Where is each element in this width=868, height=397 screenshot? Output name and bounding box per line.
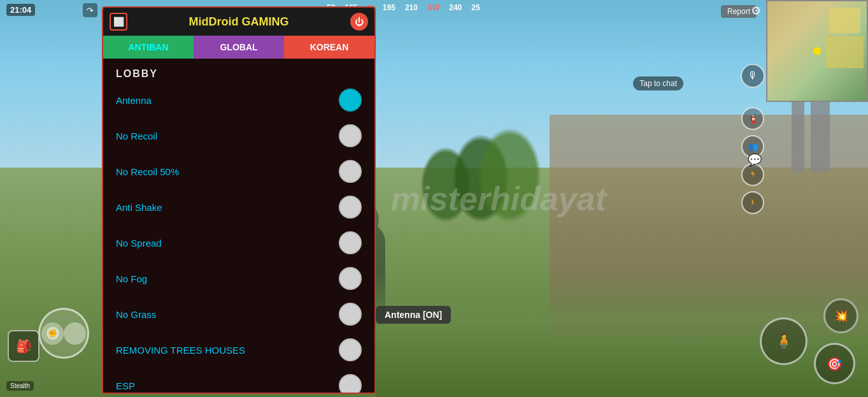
tab-antiban[interactable]: ANTIBAN [103,36,194,59]
panel-power-button[interactable]: ⏻ [350,13,368,31]
removing-trees-toggle[interactable] [339,338,362,361]
time-display: 21:04 [6,4,35,16]
compass-210: 210 [405,3,418,13]
anti-shake-label: Anti Shake [116,202,162,213]
fire-button[interactable]: 💥 [823,298,858,333]
menu-item-no-spread[interactable]: No Spread [103,225,374,261]
joystick-knob: ✊ [41,322,64,345]
panel-expand-icon[interactable]: ⬜ [110,13,127,31]
lobby-section-header: LOBBY [103,62,374,82]
no-grass-label: No Grass [116,309,156,320]
no-recoil-label: No Recoil [116,131,157,141]
minimap-player [813,47,821,55]
no-recoil-toggle[interactable] [339,124,362,147]
prone-button[interactable]: 🎯 [814,343,855,384]
antenna-toggle[interactable] [339,89,362,112]
no-recoil-50-toggle[interactable] [339,160,362,183]
panel-header: ⬜ MidDroid GAMING ⏻ [103,8,374,36]
no-spread-toggle[interactable] [339,231,362,254]
panel-tabs: ANTIBAN GLOBAL KOREAN [103,36,374,59]
tab-korean[interactable]: KOREAN [284,36,374,59]
compass-195: 195 [383,3,395,13]
chat-bubble-icon[interactable]: 💬 [748,153,762,167]
no-spread-label: No Spread [116,238,162,249]
esp-label: ESP [116,380,135,391]
settings-icon[interactable]: ⚙ [751,4,761,18]
pole [811,96,830,172]
stealth-label: Stealth [6,381,34,391]
no-recoil-50-label: No Recoil 50% [116,166,179,177]
menu-item-anti-shake[interactable]: Anti Shake [103,189,374,225]
panel-title: MidDroid GAMING [127,15,350,29]
tab-global[interactable]: GLOBAL [194,36,284,59]
fire-extinguisher-icon[interactable]: 🧯 [741,107,764,130]
minimap-building2 [825,36,864,68]
tap-to-chat[interactable]: Tap to chat [633,76,683,90]
backpack-icon[interactable]: 🎒 [8,330,39,362]
minimap [766,0,868,102]
microphone-icon[interactable]: 🎙 [741,64,765,88]
menu-item-no-grass[interactable]: No Grass [103,296,374,332]
tree3 [478,127,541,223]
panel-content: LOBBY Antenna No Recoil No Recoil 50% An… [103,59,374,393]
no-fog-label: No Fog [116,273,147,284]
compass-sw: SW [427,3,439,13]
no-grass-toggle[interactable] [339,303,362,326]
menu-item-no-recoil[interactable]: No Recoil [103,118,374,154]
cheat-panel: ⬜ MidDroid GAMING ⏻ ANTIBAN GLOBAL KOREA… [102,6,376,394]
crouch-button[interactable]: 🧍 [760,317,808,365]
removing-trees-label: REMOVING TREES HOUSES [116,345,245,356]
minimap-building [829,8,860,33]
esp-toggle[interactable] [339,374,362,393]
fist-icon: ✊ [46,327,59,340]
compass-240: 240 [449,3,462,13]
person2-icon[interactable]: 🚶 [741,191,764,214]
menu-item-removing-trees[interactable]: REMOVING TREES HOUSES [103,332,374,368]
menu-item-no-fog[interactable]: No Fog [103,261,374,296]
compass-25: 25 [471,3,480,13]
antenna-tooltip: Antenna [ON] [376,306,451,324]
menu-item-antenna[interactable]: Antenna [103,82,374,118]
menu-item-no-recoil-50[interactable]: No Recoil 50% [103,154,374,189]
antenna-label: Antenna [116,95,152,106]
no-fog-toggle[interactable] [339,267,362,290]
screen-record-icon: ↷ [83,3,97,17]
anti-shake-toggle[interactable] [339,196,362,219]
menu-item-esp[interactable]: ESP [103,368,374,393]
movement-joystick[interactable]: ✊ [38,308,89,359]
